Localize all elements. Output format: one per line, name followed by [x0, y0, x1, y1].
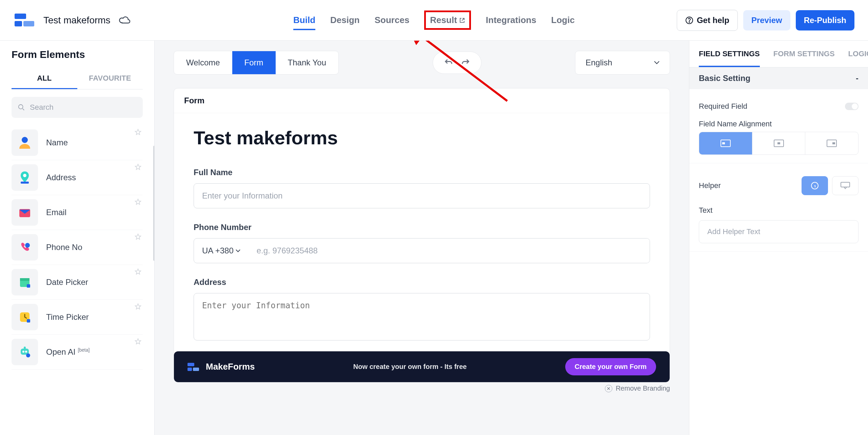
- nav-result-label: Result: [430, 15, 457, 25]
- name-icon: [12, 129, 38, 156]
- nav-logic[interactable]: Logic: [551, 10, 575, 30]
- field-fullname[interactable]: Full Name: [194, 168, 650, 208]
- tab-field-settings[interactable]: FIELD SETTINGS: [699, 41, 760, 67]
- phone-country-code[interactable]: UA +380: [194, 239, 249, 263]
- sidebar-elements: Form Elements ALL FAVOURITE Name: [0, 41, 155, 435]
- svg-rect-23: [188, 368, 192, 371]
- svg-point-18: [25, 351, 27, 353]
- alignment-section: Field Name Alignment: [699, 120, 859, 155]
- star-icon[interactable]: [135, 233, 141, 240]
- tab-logic[interactable]: LOGIC: [848, 41, 868, 67]
- field-address[interactable]: Address: [194, 277, 650, 342]
- topbar: Test makeforms Build Design Sources Resu…: [0, 0, 868, 41]
- publish-button[interactable]: Re-Publish: [796, 10, 854, 30]
- align-center-button[interactable]: [752, 132, 806, 154]
- preview-button[interactable]: Preview: [743, 10, 790, 30]
- element-address[interactable]: Address: [12, 160, 143, 195]
- basic-setting-header[interactable]: Basic Setting -: [689, 67, 868, 89]
- fullname-input[interactable]: [194, 183, 650, 208]
- stage-thankyou[interactable]: Thank You: [276, 51, 338, 74]
- email-icon: [12, 199, 38, 226]
- svg-point-20: [26, 353, 30, 357]
- nav-build[interactable]: Build: [293, 10, 315, 30]
- star-icon[interactable]: [135, 268, 141, 275]
- element-email[interactable]: Email: [12, 195, 143, 230]
- sidebar-tab-favourite[interactable]: FAVOURITE: [77, 68, 143, 89]
- svg-rect-13: [27, 284, 30, 288]
- sidebar-tab-all[interactable]: ALL: [12, 68, 77, 89]
- right-tabs: FIELD SETTINGS FORM SETTINGS LOGIC: [689, 41, 868, 67]
- svg-rect-24: [193, 368, 199, 371]
- undo-redo-group: [433, 51, 481, 74]
- banner-brand: MakeForms: [188, 361, 255, 372]
- cloud-save-icon[interactable]: [119, 16, 130, 25]
- helper-section: Helper Text: [689, 163, 868, 252]
- svg-rect-2: [23, 21, 34, 26]
- star-icon[interactable]: [135, 338, 141, 345]
- form-body: Test makeforms Full Name Phone Number UA…: [174, 113, 670, 342]
- star-icon[interactable]: [135, 164, 141, 170]
- svg-rect-32: [841, 182, 850, 187]
- stage-tabs: Welcome Form Thank You: [174, 51, 339, 75]
- address-input[interactable]: [194, 293, 650, 340]
- required-label: Required Field: [699, 102, 747, 111]
- form-name[interactable]: Test makeforms: [43, 15, 111, 26]
- stage-form[interactable]: Form: [232, 51, 276, 74]
- address-icon: [12, 164, 38, 191]
- align-left-button[interactable]: [699, 132, 752, 154]
- helper-text-input[interactable]: [699, 220, 859, 243]
- svg-point-6: [22, 137, 28, 143]
- banner-cta-button[interactable]: Create your own Form: [565, 358, 656, 375]
- element-date-picker[interactable]: Date Picker: [12, 265, 143, 300]
- phone-input[interactable]: [249, 239, 650, 263]
- undo-button[interactable]: [442, 56, 455, 69]
- svg-rect-0: [15, 14, 26, 19]
- star-icon[interactable]: [135, 129, 141, 136]
- svg-rect-19: [24, 347, 26, 349]
- svg-rect-26: [722, 142, 725, 144]
- topbar-nav: Build Design Sources Result Integrations…: [293, 10, 575, 30]
- field-label: Full Name: [194, 168, 650, 177]
- sidebar-title: Form Elements: [12, 49, 143, 60]
- time-icon: [12, 304, 38, 330]
- nav-integrations[interactable]: Integrations: [486, 10, 536, 30]
- nav-sources[interactable]: Sources: [375, 10, 410, 30]
- language-select[interactable]: English: [575, 51, 670, 75]
- helper-type-info[interactable]: [802, 176, 828, 195]
- search-input[interactable]: [12, 97, 143, 118]
- basic-setting-body: Required Field Field Name Alignment: [689, 89, 868, 163]
- star-icon[interactable]: [135, 303, 141, 310]
- helper-text-label: Text: [699, 206, 859, 215]
- svg-point-7: [23, 174, 26, 177]
- star-icon[interactable]: [135, 199, 141, 205]
- alignment-group: [699, 132, 859, 155]
- svg-rect-15: [27, 319, 30, 323]
- get-help-button[interactable]: Get help: [677, 10, 738, 31]
- element-list: Name Address Email P: [12, 125, 143, 370]
- form-title[interactable]: Test makeforms: [194, 127, 650, 149]
- svg-point-17: [22, 351, 24, 353]
- element-phone[interactable]: Phone No: [12, 230, 143, 265]
- align-right-button[interactable]: [805, 132, 858, 154]
- helper-type-tooltip[interactable]: [832, 176, 859, 195]
- help-icon: [685, 16, 693, 24]
- tab-form-settings[interactable]: FORM SETTINGS: [773, 41, 835, 67]
- required-toggle[interactable]: [845, 103, 859, 110]
- svg-rect-28: [777, 142, 780, 144]
- external-link-icon: [459, 17, 465, 23]
- nav-result[interactable]: Result: [424, 11, 471, 30]
- redo-button[interactable]: [459, 56, 472, 69]
- date-icon: [12, 269, 38, 295]
- element-time-picker[interactable]: Time Picker: [12, 300, 143, 335]
- nav-design[interactable]: Design: [330, 10, 360, 30]
- element-openai[interactable]: Open AI [beta]: [12, 335, 143, 370]
- openai-icon: [12, 339, 38, 365]
- topbar-left: Test makeforms: [14, 11, 293, 30]
- element-name[interactable]: Name: [12, 125, 143, 160]
- phone-icon: [12, 234, 38, 261]
- field-phone[interactable]: Phone Number UA +380: [194, 223, 650, 263]
- stage-welcome[interactable]: Welcome: [174, 51, 232, 74]
- sidebar-tabs: ALL FAVOURITE: [12, 68, 143, 89]
- canvas-area: Welcome Form Thank You English Form Test…: [155, 41, 689, 435]
- helper-label: Helper: [699, 181, 721, 190]
